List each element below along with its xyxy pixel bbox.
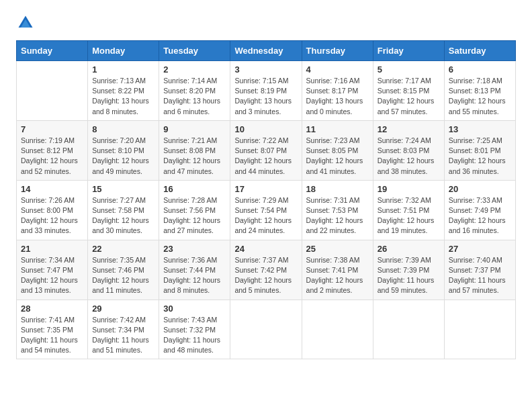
day-number: 19 xyxy=(378,184,440,194)
day-info: Sunrise: 7:19 AMSunset: 8:12 PMDaylight:… xyxy=(21,136,83,177)
day-number: 25 xyxy=(306,244,369,254)
calendar-cell: 18Sunrise: 7:31 AMSunset: 7:53 PMDayligh… xyxy=(302,180,373,240)
calendar-cell: 27Sunrise: 7:40 AMSunset: 7:37 PMDayligh… xyxy=(444,240,515,300)
day-info: Sunrise: 7:13 AMSunset: 8:22 PMDaylight:… xyxy=(92,76,154,117)
calendar-week-row: 21Sunrise: 7:34 AMSunset: 7:47 PMDayligh… xyxy=(17,240,516,300)
day-number: 16 xyxy=(163,184,226,194)
calendar-cell: 24Sunrise: 7:37 AMSunset: 7:42 PMDayligh… xyxy=(230,240,302,300)
day-info: Sunrise: 7:14 AMSunset: 8:20 PMDaylight:… xyxy=(163,76,226,117)
day-info: Sunrise: 7:29 AMSunset: 7:54 PMDaylight:… xyxy=(234,195,297,236)
day-info: Sunrise: 7:39 AMSunset: 7:39 PMDaylight:… xyxy=(378,255,440,296)
calendar-cell: 20Sunrise: 7:33 AMSunset: 7:49 PMDayligh… xyxy=(444,180,515,240)
day-number: 6 xyxy=(449,64,511,75)
calendar-cell: 4Sunrise: 7:16 AMSunset: 8:17 PMDaylight… xyxy=(302,61,373,121)
calendar-cell xyxy=(373,300,444,359)
calendar-cell: 10Sunrise: 7:22 AMSunset: 8:07 PMDayligh… xyxy=(230,120,302,180)
day-number: 14 xyxy=(21,184,83,194)
day-info: Sunrise: 7:24 AMSunset: 8:03 PMDaylight:… xyxy=(378,136,440,177)
day-info: Sunrise: 7:33 AMSunset: 7:49 PMDaylight:… xyxy=(449,195,511,236)
calendar-cell: 23Sunrise: 7:36 AMSunset: 7:44 PMDayligh… xyxy=(159,240,230,300)
day-info: Sunrise: 7:23 AMSunset: 8:05 PMDaylight:… xyxy=(306,136,369,177)
day-info: Sunrise: 7:32 AMSunset: 7:51 PMDaylight:… xyxy=(378,195,440,236)
weekday-header-row: SundayMondayTuesdayWednesdayThursdayFrid… xyxy=(17,41,516,61)
day-info: Sunrise: 7:21 AMSunset: 8:08 PMDaylight:… xyxy=(163,136,226,177)
calendar-week-row: 28Sunrise: 7:41 AMSunset: 7:35 PMDayligh… xyxy=(17,300,516,359)
day-info: Sunrise: 7:26 AMSunset: 8:00 PMDaylight:… xyxy=(21,195,83,236)
day-info: Sunrise: 7:18 AMSunset: 8:13 PMDaylight:… xyxy=(449,76,511,117)
day-info: Sunrise: 7:22 AMSunset: 8:07 PMDaylight:… xyxy=(234,136,297,177)
calendar-cell: 25Sunrise: 7:38 AMSunset: 7:41 PMDayligh… xyxy=(302,240,373,300)
day-info: Sunrise: 7:27 AMSunset: 7:58 PMDaylight:… xyxy=(92,195,154,236)
calendar-cell: 22Sunrise: 7:35 AMSunset: 7:46 PMDayligh… xyxy=(88,240,159,300)
day-number: 18 xyxy=(306,184,369,194)
calendar-cell: 16Sunrise: 7:28 AMSunset: 7:56 PMDayligh… xyxy=(159,180,230,240)
day-number: 8 xyxy=(92,124,154,134)
day-info: Sunrise: 7:36 AMSunset: 7:44 PMDaylight:… xyxy=(163,255,226,296)
calendar-cell: 9Sunrise: 7:21 AMSunset: 8:08 PMDaylight… xyxy=(159,120,230,180)
day-number: 23 xyxy=(163,244,226,254)
page-header xyxy=(16,13,516,32)
day-number: 2 xyxy=(163,64,226,75)
calendar-cell: 30Sunrise: 7:43 AMSunset: 7:32 PMDayligh… xyxy=(159,300,230,359)
day-info: Sunrise: 7:25 AMSunset: 8:01 PMDaylight:… xyxy=(449,136,511,177)
calendar-cell: 3Sunrise: 7:15 AMSunset: 8:19 PMDaylight… xyxy=(230,61,302,121)
calendar-cell: 19Sunrise: 7:32 AMSunset: 7:51 PMDayligh… xyxy=(373,180,444,240)
day-number: 24 xyxy=(234,244,297,254)
day-info: Sunrise: 7:31 AMSunset: 7:53 PMDaylight:… xyxy=(306,195,369,236)
day-number: 11 xyxy=(306,124,369,134)
calendar-cell: 11Sunrise: 7:23 AMSunset: 8:05 PMDayligh… xyxy=(302,120,373,180)
day-number: 20 xyxy=(449,184,511,194)
day-number: 27 xyxy=(449,244,511,254)
calendar-cell xyxy=(17,61,88,121)
weekday-header: Monday xyxy=(88,41,159,61)
day-number: 30 xyxy=(163,304,226,314)
day-number: 12 xyxy=(378,124,440,134)
day-info: Sunrise: 7:40 AMSunset: 7:37 PMDaylight:… xyxy=(449,255,511,296)
calendar-cell xyxy=(230,300,302,359)
calendar-week-row: 14Sunrise: 7:26 AMSunset: 8:00 PMDayligh… xyxy=(17,180,516,240)
calendar-cell xyxy=(302,300,373,359)
calendar-cell: 28Sunrise: 7:41 AMSunset: 7:35 PMDayligh… xyxy=(17,300,88,359)
day-number: 9 xyxy=(163,124,226,134)
logo xyxy=(16,13,38,32)
calendar-cell: 6Sunrise: 7:18 AMSunset: 8:13 PMDaylight… xyxy=(444,61,515,121)
weekday-header: Sunday xyxy=(17,41,88,61)
day-number: 21 xyxy=(21,244,83,254)
day-info: Sunrise: 7:41 AMSunset: 7:35 PMDaylight:… xyxy=(21,315,83,356)
weekday-header: Wednesday xyxy=(230,41,302,61)
day-info: Sunrise: 7:15 AMSunset: 8:19 PMDaylight:… xyxy=(234,76,297,117)
weekday-header: Saturday xyxy=(444,41,515,61)
day-info: Sunrise: 7:35 AMSunset: 7:46 PMDaylight:… xyxy=(92,255,154,296)
calendar-cell xyxy=(444,300,515,359)
day-number: 22 xyxy=(92,244,154,254)
calendar-cell: 2Sunrise: 7:14 AMSunset: 8:20 PMDaylight… xyxy=(159,61,230,121)
day-number: 28 xyxy=(21,304,83,314)
day-info: Sunrise: 7:34 AMSunset: 7:47 PMDaylight:… xyxy=(21,255,83,296)
calendar-cell: 12Sunrise: 7:24 AMSunset: 8:03 PMDayligh… xyxy=(373,120,444,180)
day-number: 10 xyxy=(234,124,297,134)
day-number: 15 xyxy=(92,184,154,194)
day-number: 13 xyxy=(449,124,511,134)
day-number: 5 xyxy=(378,64,440,75)
day-info: Sunrise: 7:20 AMSunset: 8:10 PMDaylight:… xyxy=(92,136,154,177)
day-info: Sunrise: 7:16 AMSunset: 8:17 PMDaylight:… xyxy=(306,76,369,117)
day-info: Sunrise: 7:37 AMSunset: 7:42 PMDaylight:… xyxy=(234,255,297,296)
calendar-cell: 14Sunrise: 7:26 AMSunset: 8:00 PMDayligh… xyxy=(17,180,88,240)
calendar-cell: 13Sunrise: 7:25 AMSunset: 8:01 PMDayligh… xyxy=(444,120,515,180)
day-info: Sunrise: 7:42 AMSunset: 7:34 PMDaylight:… xyxy=(92,315,154,356)
calendar-cell: 21Sunrise: 7:34 AMSunset: 7:47 PMDayligh… xyxy=(17,240,88,300)
day-info: Sunrise: 7:43 AMSunset: 7:32 PMDaylight:… xyxy=(163,315,226,356)
day-info: Sunrise: 7:28 AMSunset: 7:56 PMDaylight:… xyxy=(163,195,226,236)
day-number: 4 xyxy=(306,64,369,75)
calendar-cell: 1Sunrise: 7:13 AMSunset: 8:22 PMDaylight… xyxy=(88,61,159,121)
calendar-cell: 5Sunrise: 7:17 AMSunset: 8:15 PMDaylight… xyxy=(373,61,444,121)
calendar-cell: 15Sunrise: 7:27 AMSunset: 7:58 PMDayligh… xyxy=(88,180,159,240)
day-number: 7 xyxy=(21,124,83,134)
day-info: Sunrise: 7:17 AMSunset: 8:15 PMDaylight:… xyxy=(378,76,440,117)
calendar-cell: 17Sunrise: 7:29 AMSunset: 7:54 PMDayligh… xyxy=(230,180,302,240)
weekday-header: Thursday xyxy=(302,41,373,61)
calendar-cell: 29Sunrise: 7:42 AMSunset: 7:34 PMDayligh… xyxy=(88,300,159,359)
day-info: Sunrise: 7:38 AMSunset: 7:41 PMDaylight:… xyxy=(306,255,369,296)
day-number: 3 xyxy=(234,64,297,75)
calendar-cell: 7Sunrise: 7:19 AMSunset: 8:12 PMDaylight… xyxy=(17,120,88,180)
